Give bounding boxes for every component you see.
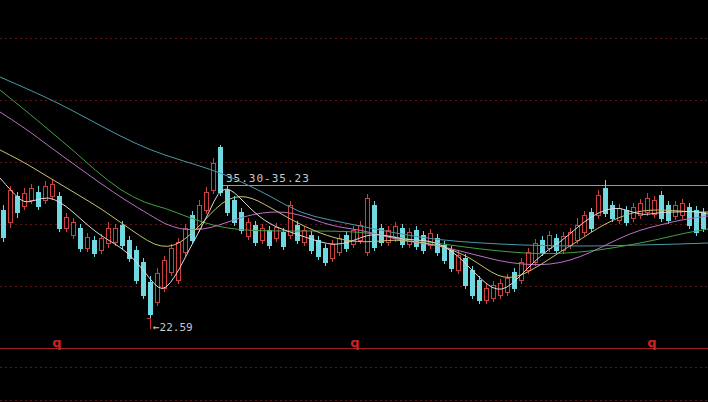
candle xyxy=(590,208,594,232)
candle xyxy=(219,145,223,196)
candle xyxy=(128,236,132,262)
candle xyxy=(324,244,328,266)
ma-yellow xyxy=(0,150,708,277)
candle xyxy=(233,196,237,226)
candle xyxy=(611,201,615,222)
candle xyxy=(401,224,405,248)
candle xyxy=(9,186,13,228)
quarter-marker: q xyxy=(350,335,359,350)
candle xyxy=(345,231,349,252)
low-price-marker: ←22.59 xyxy=(147,318,193,334)
candle xyxy=(37,186,41,210)
candle xyxy=(681,199,685,219)
candle xyxy=(114,224,118,246)
candle xyxy=(107,222,111,248)
candle xyxy=(149,276,153,320)
candle xyxy=(212,158,216,194)
candle xyxy=(597,190,601,219)
candle xyxy=(331,240,335,262)
quarter-markers: qqq xyxy=(52,335,656,350)
candle xyxy=(142,258,146,299)
candle xyxy=(408,228,412,248)
candle xyxy=(205,187,209,214)
candle xyxy=(44,181,48,204)
low-price-label: ←22.59 xyxy=(153,321,193,334)
candle xyxy=(268,226,272,249)
candle xyxy=(79,224,83,252)
candle xyxy=(135,246,139,284)
candle xyxy=(373,201,377,251)
quarter-marker: q xyxy=(52,335,61,350)
candle xyxy=(65,213,69,232)
candle xyxy=(338,234,342,256)
candle xyxy=(93,236,97,257)
candle xyxy=(72,218,76,239)
candle xyxy=(23,188,27,210)
candle xyxy=(170,244,174,276)
candle xyxy=(366,194,370,256)
candle xyxy=(457,251,461,274)
candle xyxy=(2,205,6,242)
ma-lines xyxy=(0,77,708,289)
candle xyxy=(625,206,629,226)
candle xyxy=(317,236,321,260)
candle xyxy=(247,218,251,240)
quarter-marker: q xyxy=(647,335,656,350)
candle xyxy=(520,258,524,284)
candle xyxy=(191,211,195,244)
candle xyxy=(653,196,657,218)
candle xyxy=(415,226,419,250)
candle xyxy=(478,276,482,304)
candlestick-chart[interactable]: 35.30-35.23←22.59 qqq xyxy=(0,0,708,402)
candle xyxy=(464,254,468,289)
candle xyxy=(646,193,650,216)
candle xyxy=(261,224,265,244)
candle xyxy=(86,233,90,252)
candle xyxy=(58,192,62,232)
candle xyxy=(660,191,664,222)
candle xyxy=(688,203,692,229)
candle xyxy=(527,248,531,274)
candle xyxy=(254,221,258,246)
chart-window: 35.30-35.23←22.59 qqq xyxy=(0,0,708,402)
candle xyxy=(310,231,314,254)
gap-price-label: 35.30-35.23 xyxy=(226,172,310,185)
candle xyxy=(177,238,181,284)
candles xyxy=(2,145,706,320)
candle xyxy=(618,204,622,224)
ma-long-cyan xyxy=(0,77,708,246)
candle xyxy=(639,199,643,219)
candle xyxy=(492,281,496,302)
candle xyxy=(51,180,55,200)
